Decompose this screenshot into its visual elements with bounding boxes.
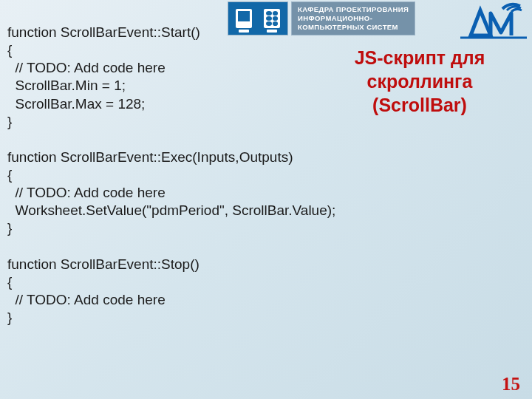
logo-am-icon — [458, 0, 529, 40]
svg-marker-0 — [471, 10, 491, 35]
code-block: function ScrollBarEvent::Start() { // TO… — [7, 24, 335, 327]
slide-title: JS-скрипт для скроллинга (ScrollBar) — [324, 46, 516, 117]
page-number: 15 — [502, 374, 520, 395]
